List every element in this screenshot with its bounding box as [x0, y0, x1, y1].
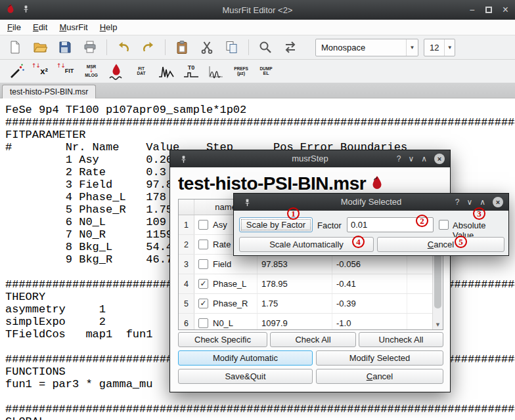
replace-button[interactable] [282, 39, 299, 56]
toolbar-separator [165, 39, 166, 55]
param-name: Field [213, 259, 231, 269]
menu-edit[interactable]: Edit [27, 20, 53, 34]
check-specific-button[interactable]: Check Specific [178, 332, 267, 347]
font-size-select[interactable]: 12 ▼ [424, 39, 455, 56]
msr-file-heading-text: test-histo-PSI-BIN.msr [178, 173, 366, 194]
paste-button[interactable] [173, 39, 190, 56]
table-row-field: 3 Field 97.853 -0.056 [179, 255, 443, 274]
table-row-phase-l: 4 ✓Phase_L 178.95 -0.41 [179, 274, 443, 294]
musr-chisq-button[interactable]: ↑↓x² [32, 61, 51, 82]
shade-button[interactable]: ∨ [408, 154, 414, 163]
close-button[interactable]: × [503, 4, 508, 16]
check-all-button[interactable]: Check All [270, 332, 356, 347]
toolbar-separator [248, 39, 249, 55]
t0-label: T0 [188, 65, 195, 71]
musrfit-editor-window: MusrFit Editor <2> − × File Edit MusrFit… [0, 0, 515, 420]
annotation-circle-1: 1 [287, 207, 300, 220]
chevron-down-icon: ▼ [444, 39, 455, 56]
musr-prefs-button[interactable]: PREFS(µz) [231, 61, 251, 82]
annotation-circle-4: 4 [352, 236, 365, 248]
row-checkbox[interactable]: ✓ [198, 279, 208, 289]
msr2mlog-button[interactable]: MSR↓MLOG [81, 61, 101, 82]
red-arrows-icon: ↑↓ [56, 63, 65, 69]
chisq-label: x² [40, 67, 48, 75]
tabbar: test-histo-PSI-BIN.msr [0, 83, 515, 98]
editor-line: ########################################… [5, 403, 515, 415]
absolute-value-checkbox[interactable] [439, 220, 449, 230]
help-button[interactable]: ? [397, 154, 401, 163]
modify-selected-button[interactable]: Modify Selected [316, 350, 443, 366]
annotation-circle-3: 3 [473, 207, 485, 220]
musr-wizard-button[interactable] [7, 61, 26, 82]
find-button[interactable] [257, 39, 274, 56]
redo-button[interactable] [140, 39, 157, 56]
print-button[interactable] [81, 39, 99, 56]
menu-musrfit[interactable]: MusrFit [53, 20, 93, 34]
param-name: Phase_L [213, 279, 246, 289]
close-button[interactable]: × [493, 197, 503, 207]
modify-titlebar[interactable]: Modify Selected ? ∨ ∧ × [234, 194, 508, 211]
app-icon [5, 3, 16, 16]
musr-ft-button[interactable] [156, 61, 176, 82]
save-button[interactable] [56, 39, 74, 56]
save-quit-button[interactable]: Save&Quit [178, 369, 313, 384]
menu-file[interactable]: File [1, 20, 27, 34]
row-checkbox[interactable] [198, 318, 208, 328]
param-name: N0_L [213, 318, 233, 328]
minimize-button[interactable]: − [469, 5, 474, 15]
table-row-phase-r: 5 ✓Phase_R 1.75 -0.39 [179, 294, 443, 314]
scale-by-factor-button[interactable]: Scale by Factor [239, 217, 313, 232]
tab-msr-file[interactable]: test-histo-PSI-BIN.msr [2, 85, 96, 98]
musr-view-button[interactable] [106, 61, 126, 82]
cancel-button[interactable]: Cancel [316, 369, 443, 384]
uncheck-all-button[interactable]: Uncheck All [359, 332, 443, 347]
msr2dat-button[interactable]: FITDAT [131, 61, 151, 82]
param-name: Phase_R [213, 299, 248, 308]
toolbar-separator [106, 39, 107, 55]
row-checkbox[interactable] [198, 220, 208, 230]
musr-plot-button[interactable] [206, 61, 226, 82]
editor-line: ########################################… [5, 116, 515, 129]
row-checkbox[interactable] [198, 259, 208, 269]
cancel-button[interactable]: Cancel [377, 237, 504, 252]
font-size-value: 12 [424, 43, 444, 52]
editor-line: FITPARAMETER [5, 129, 515, 141]
row-checkbox[interactable] [198, 240, 208, 249]
titlebar[interactable]: MusrFit Editor <2> − × [0, 0, 515, 20]
musrfit-toolbar: ↑↓x² ↑↓FIT MSR↓MLOG FITDAT T0 PREFS(µz) … [0, 60, 515, 83]
font-family-value: Monospace [316, 43, 406, 52]
editor-line: GLOBAL [5, 415, 515, 420]
pin-icon[interactable] [22, 4, 30, 16]
fit-dat-label-2: DAT [137, 72, 146, 76]
maximize-button[interactable] [485, 5, 492, 15]
musrstep-titlebar[interactable]: musrStep ? ∨ ∧ × [170, 150, 450, 167]
red-arrows-icon: ↑↓ [32, 63, 40, 69]
musrfit-drop-icon [370, 175, 384, 192]
modify-selected-dialog: Modify Selected ? ∨ ∧ × Scale by Factor … [233, 193, 509, 256]
unshade-button[interactable]: ∧ [480, 198, 485, 207]
help-button[interactable]: ? [455, 198, 460, 207]
menubar: File Edit MusrFit Help [0, 20, 515, 35]
font-family-select[interactable]: Monospace ▼ [315, 39, 418, 56]
row-checkbox[interactable]: ✓ [198, 299, 208, 308]
modify-automatic-button[interactable]: Modify Automatic [178, 350, 313, 366]
cut-button[interactable] [198, 39, 215, 56]
el-label: EL [263, 71, 269, 75]
msr-file-heading: test-histo-PSI-BIN.msr [178, 174, 384, 194]
menu-help[interactable]: Help [94, 20, 123, 34]
close-button[interactable]: × [434, 154, 445, 164]
musr-t0-button[interactable]: T0 [181, 61, 201, 82]
unshade-button[interactable]: ∧ [421, 154, 427, 163]
shade-button[interactable]: ∨ [466, 198, 472, 207]
chevron-down-icon: ▼ [406, 39, 418, 56]
new-file-button[interactable] [7, 39, 24, 56]
musr-fit-button[interactable]: ↑↓FIT [56, 61, 76, 82]
open-file-button[interactable] [32, 39, 49, 56]
table-row-n0-l: 6 N0_L 1097.9 -1.0 [179, 314, 443, 330]
undo-button[interactable] [115, 39, 132, 56]
musr-dump-button[interactable]: DUMPEL [256, 61, 276, 82]
annotation-circle-5: 5 [455, 236, 467, 248]
scroll-down-icon[interactable]: ▼ [433, 321, 443, 329]
param-name: Rate [213, 240, 231, 249]
copy-button[interactable] [223, 39, 240, 56]
